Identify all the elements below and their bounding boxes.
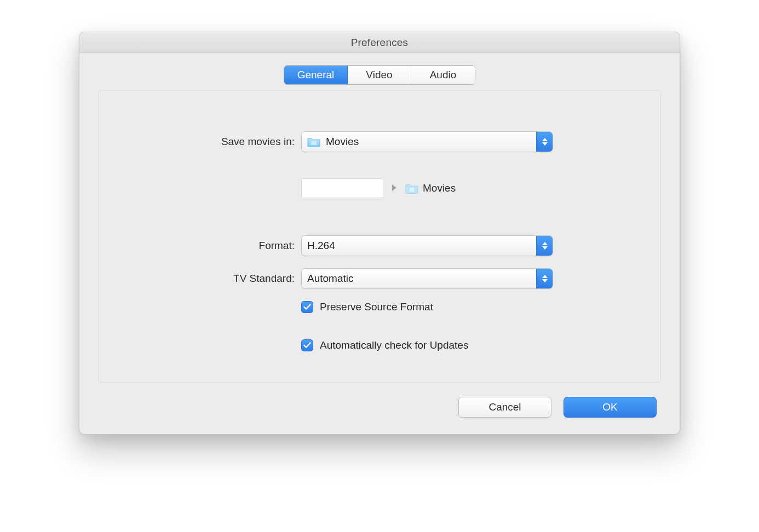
format-value: H.264 [307,240,335,252]
save-location-value: Movies [326,136,359,148]
tab-video[interactable]: Video [348,66,411,84]
svg-rect-4 [409,188,410,192]
format-label: Format: [142,240,301,252]
window-title: Preferences [79,32,680,53]
checkbox-checked-icon [301,339,313,351]
format-popup[interactable]: H.264 [301,235,553,256]
path-arrow-icon [391,183,398,193]
popup-arrows-icon [536,269,553,288]
tv-standard-value: Automatic [307,273,353,285]
movies-folder-icon [405,183,418,194]
tab-general[interactable]: General [284,66,348,84]
tv-standard-popup[interactable]: Automatic [301,268,553,289]
ok-button[interactable]: OK [564,397,657,418]
dialog-footer: Cancel OK [98,383,661,421]
path-segment-movies[interactable]: Movies [405,182,456,194]
path-segment-movies-label: Movies [423,182,456,194]
tab-bar: General Video Audio [284,65,475,85]
popup-arrows-icon [536,132,553,152]
tab-audio[interactable]: Audio [411,66,475,84]
auto-update-row[interactable]: Automatically check for Updates [301,339,617,351]
preserve-source-format-label: Preserve Source Format [320,301,433,313]
save-movies-in-label: Save movies in: [142,136,301,148]
general-panel: Save movies in: [98,90,661,383]
cancel-button[interactable]: Cancel [458,397,551,418]
popup-arrows-icon [536,236,553,256]
svg-rect-1 [311,141,312,145]
window-content: General Video Audio Save movies in: [79,53,680,434]
preserve-source-format-row[interactable]: Preserve Source Format [301,301,617,313]
auto-update-label: Automatically check for Updates [320,339,468,351]
svg-rect-2 [316,141,317,145]
save-location-path: Movies [301,178,617,198]
svg-rect-5 [414,188,415,192]
save-location-popup[interactable]: Movies [301,131,553,152]
tv-standard-label: TV Standard: [142,273,301,285]
preferences-window: Preferences General Video Audio Save mov… [79,32,680,435]
movies-folder-icon [307,136,320,147]
path-segment-blank[interactable] [301,178,383,198]
checkbox-checked-icon [301,301,313,313]
